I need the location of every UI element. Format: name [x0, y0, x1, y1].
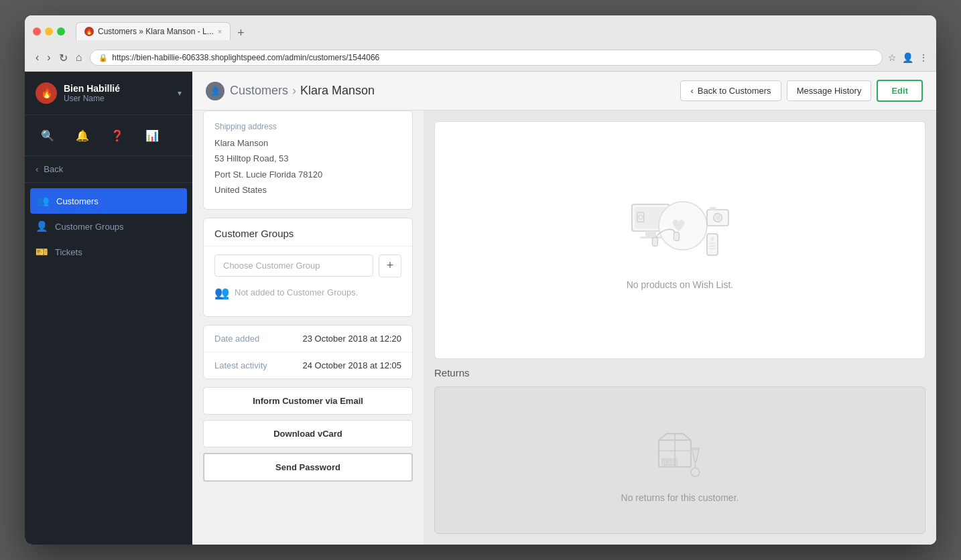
forward-nav-button[interactable]: ›	[44, 50, 53, 66]
reload-button[interactable]: ↻	[56, 50, 70, 66]
download-vcard-button[interactable]: Download vCard	[203, 420, 413, 447]
action-buttons: Inform Customer via Email Download vCard…	[203, 387, 413, 482]
sidebar-item-customers[interactable]: 👥 Customers	[30, 188, 187, 214]
customer-address2: Port St. Lucie Florida 78120	[214, 167, 401, 182]
date-added-value: 23 October 2018 at 12:20	[303, 334, 401, 344]
fullscreen-traffic-light[interactable]	[57, 27, 65, 36]
message-history-button[interactable]: Message History	[787, 80, 872, 101]
sidebar-brand[interactable]: 🔥 Bien Habillié User Name ▾	[25, 72, 192, 115]
customer-avatar: 👤	[206, 82, 225, 100]
svg-rect-11	[707, 234, 718, 255]
brand-username: User Name	[64, 94, 120, 103]
reports-icon[interactable]: 📊	[140, 123, 164, 147]
sidebar-nav: 👥 Customers 👤 Customer Groups 🎫 Tickets	[25, 183, 192, 270]
lock-icon: 🔒	[99, 54, 108, 62]
sidebar-item-tickets[interactable]: 🎫 Tickets	[25, 239, 192, 265]
breadcrumb-parent[interactable]: Customers	[230, 84, 288, 98]
sidebar: 🔥 Bien Habillié User Name ▾ 🔍 🔔 ❓ 📊 ‹ Ba…	[25, 72, 192, 545]
sidebar-back-btn[interactable]: ‹ Back	[25, 156, 192, 183]
date-added-row: Date added 23 October 2018 at 12:20	[204, 326, 412, 352]
svg-rect-16	[652, 237, 657, 246]
customer-name: Klara Manson	[214, 135, 401, 151]
edit-button[interactable]: Edit	[877, 80, 923, 102]
brand-chevron-icon: ▾	[178, 88, 182, 98]
customer-country: United States	[214, 182, 401, 198]
close-traffic-light[interactable]	[33, 27, 41, 36]
no-returns-text: No returns for this customer.	[621, 492, 739, 503]
help-icon[interactable]: ❓	[105, 123, 129, 147]
right-panel: No products on Wish List. Returns	[424, 111, 936, 545]
svg-rect-10	[710, 207, 716, 210]
search-icon[interactable]: 🔍	[36, 123, 60, 147]
tab-favicon: 🔥	[84, 27, 94, 36]
svg-point-9	[715, 215, 719, 219]
new-tab-button[interactable]: +	[233, 26, 249, 40]
back-label: Back	[44, 164, 63, 174]
svg-rect-15	[709, 248, 716, 249]
date-added-label: Date added	[214, 334, 259, 344]
tickets-label: Tickets	[55, 247, 82, 257]
sidebar-item-customer-groups[interactable]: 👤 Customer Groups	[25, 214, 192, 239]
customer-address1: 53 Hilltop Road, 53	[214, 151, 401, 166]
breadcrumb: Customers › Klara Manson	[230, 84, 375, 98]
back-chevron-icon: ‹	[36, 164, 38, 174]
brand-name: Bien Habillié	[64, 83, 120, 94]
main-content: 👤 Customers › Klara Manson ‹ Back to Cus…	[192, 72, 936, 545]
minimize-traffic-light[interactable]	[45, 27, 53, 36]
bookmark-icon[interactable]: ☆	[888, 52, 897, 63]
returns-title: Returns	[434, 367, 925, 378]
breadcrumb-separator: ›	[292, 84, 296, 98]
customer-groups-label: Customer Groups	[55, 222, 124, 232]
svg-point-12	[710, 237, 714, 240]
left-panel: Shipping address Klara Manson 53 Hilltop…	[192, 111, 424, 545]
brand-icon: 🔥	[36, 82, 57, 104]
group-empty-icon: 👥	[214, 285, 229, 300]
shipping-label: Shipping address	[214, 122, 401, 131]
traffic-lights	[33, 27, 65, 36]
browser-tab[interactable]: 🔥 Customers » Klara Manson - L... ×	[76, 22, 231, 40]
not-added-text: Not added to Customer Groups.	[235, 287, 358, 297]
latest-activity-value: 24 October 2018 at 12:05	[303, 360, 401, 370]
add-customer-group-button[interactable]: +	[379, 255, 401, 277]
breadcrumb-current: Klara Manson	[300, 84, 375, 98]
tab-close-btn[interactable]: ×	[218, 27, 222, 36]
home-button[interactable]: ⌂	[73, 50, 85, 66]
svg-point-32	[691, 468, 700, 477]
back-to-customers-button[interactable]: ‹ Back to Customers	[680, 80, 781, 101]
tickets-icon: 🎫	[36, 246, 48, 258]
inform-customer-button[interactable]: Inform Customer via Email	[203, 387, 413, 415]
wishlist-card: No products on Wish List.	[434, 121, 925, 359]
customer-groups-title: Customer Groups	[204, 218, 412, 247]
svg-rect-13	[709, 242, 716, 244]
customers-label: Customers	[56, 196, 99, 206]
svg-rect-14	[709, 245, 716, 247]
returns-illustration	[653, 417, 707, 484]
not-added-notice: 👥 Not added to Customer Groups.	[214, 277, 401, 308]
info-card: Date added 23 October 2018 at 12:20 Late…	[203, 325, 413, 379]
svg-rect-2	[645, 231, 656, 236]
returns-card: No returns for this customer.	[434, 387, 925, 534]
returns-section: Returns	[434, 367, 925, 534]
back-chevron-icon: ‹	[690, 86, 693, 96]
customers-icon: 👥	[37, 195, 50, 207]
shipping-address-card: Shipping address Klara Manson 53 Hilltop…	[203, 111, 413, 210]
latest-activity-row: Latest activity 24 October 2018 at 12:05	[204, 352, 412, 378]
tab-title: Customers » Klara Manson - L...	[98, 27, 214, 36]
back-nav-button[interactable]: ‹	[33, 50, 42, 66]
notifications-icon[interactable]: 🔔	[70, 123, 94, 147]
account-icon[interactable]: 👤	[902, 52, 913, 63]
url-text: https://bien-habillie-606338.shoplightsp…	[112, 53, 379, 62]
wishlist-illustration	[627, 191, 734, 271]
send-password-button[interactable]: Send Password	[203, 453, 413, 482]
address-bar[interactable]: 🔒 https://bien-habillie-606338.shoplight…	[90, 50, 883, 66]
menu-icon[interactable]: ⋮	[919, 52, 928, 63]
customer-groups-icon: 👤	[36, 220, 48, 232]
latest-activity-label: Latest activity	[214, 360, 267, 370]
page-header: 👤 Customers › Klara Manson ‹ Back to Cus…	[192, 72, 936, 111]
customer-groups-card: Customer Groups Choose Customer Group + …	[203, 218, 413, 317]
svg-rect-17	[674, 232, 679, 240]
customer-group-select[interactable]: Choose Customer Group	[214, 255, 373, 277]
wishlist-empty-text: No products on Wish List.	[627, 279, 734, 290]
svg-rect-3	[640, 236, 661, 238]
